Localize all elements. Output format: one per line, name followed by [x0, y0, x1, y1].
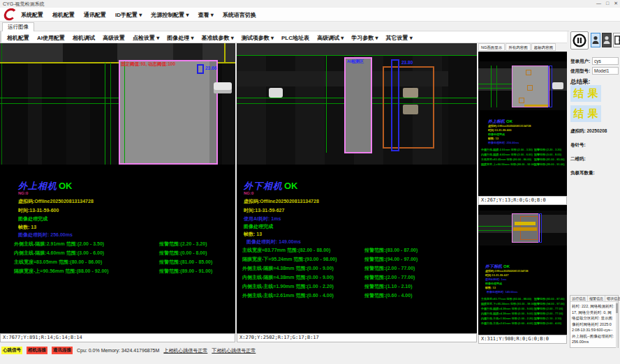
comm-connection-badge: 通讯连接 [52, 347, 73, 354]
measure-line [110, 63, 111, 165]
background-seam [448, 55, 477, 165]
menu-items: 系统配置相机配置通讯配置ID手配置 ▾光源控制配置 ▾查看 ▾系统语言切换 [21, 11, 256, 19]
ai-time-line: 使用AI耗时: 1ms [244, 215, 281, 222]
measure-row: 外侧主线-隔膜:2.91mm 范围:(2.00 - 3.50) 报警范围:(2.… [13, 241, 232, 250]
camera-name: 外上相机 [18, 181, 57, 191]
user-icon [592, 36, 599, 45]
measure-row: 内侧主线-隔膜:4.60mm 范围:(3.00 - 6.00) 报警范围:(0.… [481, 153, 565, 158]
roi-orange-rect [527, 85, 533, 91]
log-tab[interactable]: 报警信息 [588, 296, 605, 301]
ng-count-line: NG:0 [244, 191, 253, 195]
measure-value: 隔膜宽度-上=90.56mm 范围:(88.00 - 92.00) [14, 268, 109, 275]
measure-value-label: 23.66 [205, 66, 216, 70]
camera-view-upper[interactable]: 固定阈值:93, 动态阈值:100 23.66 外上相机OK NG:0 虚拟码:… [0, 43, 235, 333]
measure-row: 内侧主线-隔膜=4.38mm 范围:(0.00 - 9.00) 报警范围:(2.… [481, 312, 565, 317]
measure-value: 内侧主线-隔膜:4.60mm 范围:(3.00 - 6.00) [14, 250, 104, 257]
minimize-button[interactable]: — [596, 0, 601, 7]
model-field[interactable]: Model1 [592, 67, 619, 75]
frame-line: 帧数: 13 [485, 286, 496, 289]
toolbar-item[interactable]: 测试项参数 ▾ [242, 34, 274, 42]
camera-image-upper[interactable]: 固定阈值:93, 动态阈值:100 23.66 [0, 43, 235, 165]
done-line: 图像处理完成 [488, 132, 505, 136]
lower-camera-heartbeat-link: 下相机心跳信号正常 [212, 347, 256, 354]
menu-item[interactable]: 光源控制配置 ▾ [151, 11, 189, 19]
menu-item[interactable]: 系统语言切换 [223, 11, 256, 19]
conveyor-band [237, 43, 477, 55]
camera-image-lower[interactable]: AI检测区 23.80 [237, 43, 477, 165]
log-scroll-thumb[interactable] [616, 303, 618, 313]
measure-value: 主线宽度=83.77mm 范围:(82.00 - 88.00) [242, 247, 330, 254]
menu-item[interactable]: ID手配置 ▾ [115, 11, 142, 19]
measure-line [105, 63, 105, 165]
frame-line: 帧数: 13 [488, 137, 499, 140]
statusbar: 心跳信号 相机连接 通讯连接 Cpu: 0.0% Memory: 3424.41… [0, 346, 567, 355]
maximize-button[interactable]: □ [606, 0, 609, 7]
toolbar-item[interactable]: 相机配置 [7, 34, 29, 42]
menu-item[interactable]: 相机配置 [52, 11, 75, 19]
model-label: 使用型号: [570, 68, 590, 75]
alarm-range: 报警范围:(89.00 - 91.00) [159, 268, 212, 275]
ng-view-tab[interactable]: NG画面显示 [478, 43, 505, 51]
operator-button[interactable] [602, 33, 612, 47]
menu-item[interactable]: 系统配置 [21, 11, 43, 19]
background-seam [222, 63, 235, 165]
toolbar-item[interactable]: 相机调试 [73, 34, 95, 42]
product-edge-shade [209, 61, 216, 163]
alarm-range: 报警范围:(0.60 - 4.00) [534, 321, 561, 325]
background-seam [28, 63, 42, 165]
elapsed-line: 图像处理耗时: 149.00ms [246, 238, 301, 245]
exit-button[interactable] [613, 33, 620, 47]
roi-orange-rect [526, 70, 531, 75]
app-logo-icon [3, 8, 16, 21]
tab-run-image[interactable]: 运行图像 [2, 22, 34, 31]
measure-value: 外侧主线-隔膜:2.91mm 范围:(2.00 - 3.50) [14, 241, 104, 248]
ng-view-tab[interactable]: 所有内容图 [505, 43, 531, 51]
toolbar-item[interactable]: 基准线参数 ▾ [202, 34, 234, 42]
alarm-range: 报警范围:(2.00 - 77.00) [534, 307, 563, 310]
alarm-range: 报警范围:(81.00 - 85.00) [159, 259, 212, 266]
close-button[interactable]: ✕ [614, 0, 618, 7]
measure-value: 内侧主线-隔膜:4.60mm 范围:(3.00 - 6.00) [481, 153, 533, 156]
alarm-range: 报警范围:(2.20 - 3.20) [534, 148, 561, 151]
toolbar-item[interactable]: AI使用配置 [37, 34, 65, 42]
ng-view-tab[interactable]: 超标内容图 [531, 43, 556, 51]
pause-button[interactable] [570, 31, 589, 50]
log-tab[interactable]: 错误信息 [605, 296, 620, 301]
qr-code-label: 二维码: [570, 156, 586, 162]
menu-item[interactable]: 查看 ▾ [198, 11, 214, 19]
measure-row: 主线宽度=83.77mm 范围:(82.00 - 88.00) 报警范围:(83… [481, 297, 565, 302]
toolbar-item[interactable]: 点检设置 ▾ [133, 34, 159, 42]
camera-view-lower[interactable]: AI检测区 23.80 外下相机OK NG:0 虚拟码:Offline20250… [237, 43, 477, 333]
main-area: 固定阈值:93, 动态阈值:100 23.66 外上相机OK NG:0 虚拟码:… [0, 43, 620, 346]
result-box-lower: 结 果 [570, 105, 601, 122]
log-tabs: 运行信息报警信息错误信息 [570, 296, 618, 302]
measure-marker-rect [197, 64, 204, 74]
menu-item[interactable]: 通讯配置 [84, 11, 106, 19]
done-line: 图像处理完成 [485, 282, 502, 285]
virtual-code-line: 虚拟码:Offline2025020813134728 [18, 198, 94, 205]
camera-connection-badge: 相机连接 [27, 347, 47, 354]
ng-thumbnail-lower[interactable]: 外下相机OK 虚拟码:Offline2025020813134728 时间:13… [478, 205, 567, 335]
ng-thumbnail-upper[interactable]: 外上相机OK 虚拟码:Offline2025020813134728 时间:13… [478, 52, 567, 196]
ng-image-lower[interactable] [478, 211, 567, 245]
login-user-label: 登录用户: [570, 59, 590, 65]
toolbar-item[interactable]: 其它设置 ▾ [386, 34, 413, 42]
toolbar-item[interactable]: 学习参数 ▾ [351, 34, 378, 42]
toolbar-item[interactable]: 图像处理 ▾ [167, 34, 193, 42]
toolbar-item[interactable]: 高级调试 ▾ [317, 34, 344, 42]
measure-line [124, 61, 125, 163]
toolbar-item[interactable]: 高级设置 [103, 34, 125, 42]
login-user-field[interactable]: cys [592, 57, 619, 65]
measure-line [491, 66, 492, 107]
log-tab[interactable]: 运行信息 [570, 296, 588, 301]
ng-image-upper[interactable] [478, 61, 567, 110]
toolbar-item[interactable]: PLC地址表 [281, 34, 309, 42]
alarm-range: 报警范围:(2.20 - 3.20) [159, 241, 207, 248]
tab-connector [214, 82, 232, 93]
log-scrollbar[interactable] [616, 302, 618, 348]
measure-row: 外侧主线-主线=2.61mm 范围:(0.60 - 4.00) 报警范围:(0.… [481, 321, 565, 326]
login-user-button[interactable] [591, 33, 600, 47]
done-line: 图像处理完成 [244, 223, 273, 230]
measure-row: 内侧主线-隔膜=4.38mm 范围:(0.00 - 9.00) 报警范围:(2.… [242, 274, 473, 283]
measure-value: 主线宽度=83.05mm 范围:(80.00 - 86.00) [14, 259, 102, 266]
